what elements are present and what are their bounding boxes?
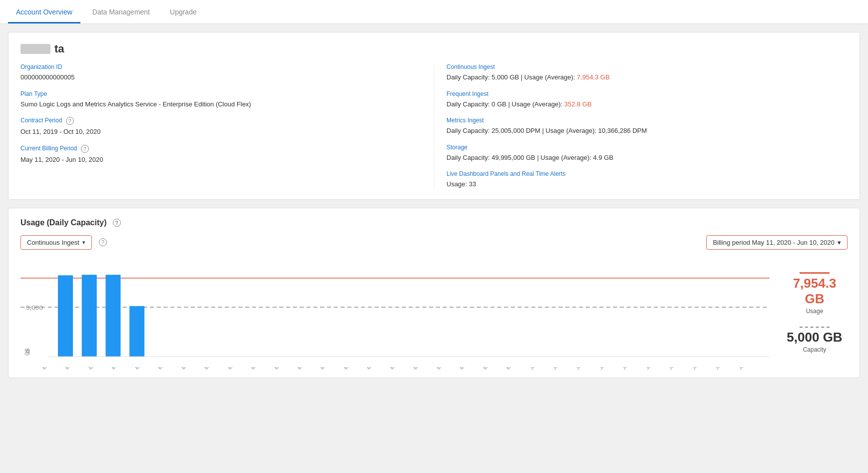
plan-type-value: Sumo Logic Logs and Metrics Analytics Se… [20, 99, 422, 109]
org-name-blur [20, 44, 50, 54]
plan-type-label: Plan Type [20, 90, 422, 97]
legend-usage-line [800, 272, 830, 274]
svg-text:5,000: 5,000 [26, 305, 43, 311]
contract-period-help-icon[interactable]: ? [66, 117, 74, 125]
overview-card: ta Organization ID 000000000000005 Plan … [8, 32, 860, 200]
contract-period-label: Contract Period ? [20, 117, 422, 125]
live-dashboard-value: Usage: 33 [446, 179, 836, 189]
ingest-dropdown-help-icon[interactable]: ? [99, 238, 107, 246]
svg-rect-8 [105, 275, 120, 357]
tabs-bar: Account Overview Data Management Upgrade [0, 0, 868, 24]
usage-chart-card: Usage (Daily Capacity) ? Continuous Inge… [8, 208, 860, 378]
billing-period-value: May 11, 2020 - Jun 10, 2020 [20, 155, 422, 165]
metrics-ingest-value: Daily Capacity: 25,005,000 DPM | Usage (… [446, 126, 836, 136]
overview-left: Organization ID 000000000000005 Plan Typ… [20, 63, 434, 189]
storage-value: Daily Capacity: 49,995,000 GB | Usage (A… [446, 153, 836, 163]
overview-grid: Organization ID 000000000000005 Plan Typ… [20, 63, 848, 189]
tab-upgrade[interactable]: Upgrade [162, 2, 205, 23]
frequent-ingest-value: Daily Capacity: 0 GB | Usage (Average): … [446, 99, 836, 109]
metrics-ingest-label: Metrics Ingest [446, 117, 836, 124]
tab-account-overview[interactable]: Account Overview [8, 2, 80, 23]
ingest-type-dropdown[interactable]: Continuous Ingest ▾ [20, 235, 92, 250]
chevron-down-icon: ▾ [82, 239, 85, 246]
continuous-ingest-value: Daily Capacity: 5,000 GB | Usage (Averag… [446, 72, 836, 82]
org-id-label: Organization ID [20, 63, 422, 70]
legend-capacity-line [800, 327, 830, 328]
contract-period-value: Oct 11, 2019 - Oct 10, 2020 [20, 127, 422, 137]
legend-capacity-value: 5,000 GB [787, 330, 842, 345]
billing-period-dropdown[interactable]: Billing period May 11, 2020 - Jun 10, 20… [706, 235, 848, 250]
frequent-ingest-label: Frequent Ingest [446, 90, 836, 97]
billing-period-help-icon[interactable]: ? [81, 145, 89, 153]
billing-period-dropdown-label: Billing period May 11, 2020 - Jun 10, 20… [713, 239, 835, 246]
org-id-value: 000000000000005 [20, 72, 422, 82]
chart-controls: Continuous Ingest ▾ ? Billing period May… [20, 235, 848, 250]
svg-rect-6 [58, 275, 73, 357]
org-name: ta [20, 42, 848, 55]
tab-data-management[interactable]: Data Management [84, 2, 158, 23]
usage-section-title: Usage (Daily Capacity) ? [20, 218, 848, 227]
legend-usage-label: Usage [782, 308, 848, 315]
overview-right: Continuous Ingest Daily Capacity: 5,000 … [434, 63, 848, 189]
legend-capacity-label: Capacity [787, 346, 842, 353]
continuous-ingest-over: 7,954.3 GB [577, 73, 610, 81]
chart-container: 5,000 0 GB Ma [20, 258, 770, 368]
svg-text:GB: GB [24, 348, 30, 355]
legend-usage: 7,954.3 GB Usage [782, 272, 848, 315]
chart-legend: 7,954.3 GB Usage 5,000 GB Capacity [778, 258, 848, 368]
legend-capacity: 5,000 GB Capacity [787, 327, 842, 353]
usage-help-icon[interactable]: ? [113, 219, 121, 227]
billing-period-label: Current Billing Period ? [20, 145, 422, 153]
legend-usage-value: 7,954.3 GB [782, 276, 848, 307]
frequent-ingest-over: 352.8 GB [564, 100, 592, 108]
live-dashboard-label: Live Dashboard Panels and Real Time Aler… [446, 170, 836, 177]
ingest-type-label: Continuous Ingest [27, 239, 79, 246]
svg-rect-7 [82, 275, 97, 357]
chart-area: 5,000 0 GB Ma [20, 258, 848, 368]
main-content: ta Organization ID 000000000000005 Plan … [0, 24, 868, 394]
org-name-suffix: ta [54, 42, 64, 55]
billing-chevron-icon: ▾ [838, 239, 841, 246]
bar-chart: 5,000 0 GB [20, 258, 770, 368]
storage-label: Storage [446, 144, 836, 151]
continuous-ingest-label: Continuous Ingest [446, 63, 836, 70]
svg-rect-9 [129, 306, 144, 356]
